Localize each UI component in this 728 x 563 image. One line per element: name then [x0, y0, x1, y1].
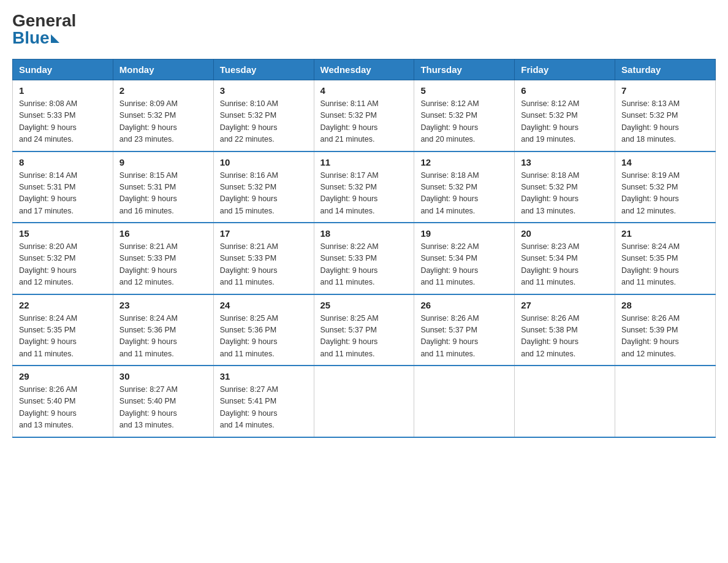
- day-info: Sunrise: 8:25 AMSunset: 5:36 PMDaylight:…: [220, 314, 278, 358]
- day-info: Sunrise: 8:11 AMSunset: 5:32 PMDaylight:…: [320, 99, 379, 144]
- day-number: 13: [521, 157, 609, 167]
- day-info: Sunrise: 8:27 AMSunset: 5:40 PMDaylight:…: [119, 385, 178, 429]
- calendar-cell: 6 Sunrise: 8:12 AMSunset: 5:32 PMDayligh…: [515, 80, 615, 151]
- calendar-table: SundayMondayTuesdayWednesdayThursdayFrid…: [12, 59, 716, 438]
- day-info: Sunrise: 8:12 AMSunset: 5:32 PMDaylight:…: [420, 99, 479, 144]
- day-info: Sunrise: 8:18 AMSunset: 5:32 PMDaylight:…: [521, 171, 579, 215]
- day-number: 28: [621, 300, 709, 310]
- calendar-week-1: 1 Sunrise: 8:08 AMSunset: 5:33 PMDayligh…: [13, 80, 716, 151]
- day-info: Sunrise: 8:24 AMSunset: 5:35 PMDaylight:…: [19, 314, 77, 358]
- calendar-cell: 1 Sunrise: 8:08 AMSunset: 5:33 PMDayligh…: [13, 80, 113, 151]
- day-number: 31: [220, 371, 308, 381]
- day-number: 27: [521, 300, 609, 310]
- day-info: Sunrise: 8:26 AMSunset: 5:38 PMDaylight:…: [521, 314, 579, 358]
- calendar-header-thursday: Thursday: [414, 59, 515, 80]
- day-number: 11: [320, 157, 408, 167]
- day-info: Sunrise: 8:20 AMSunset: 5:32 PMDaylight:…: [19, 242, 77, 286]
- calendar-cell: 4 Sunrise: 8:11 AMSunset: 5:32 PMDayligh…: [314, 80, 414, 151]
- day-number: 20: [521, 228, 609, 239]
- calendar-cell: 18 Sunrise: 8:22 AMSunset: 5:33 PMDaylig…: [314, 223, 414, 294]
- logo-blue-text: Blue: [12, 29, 59, 47]
- day-number: 17: [220, 228, 308, 239]
- calendar-cell: [314, 366, 414, 437]
- calendar-cell: 26 Sunrise: 8:26 AMSunset: 5:37 PMDaylig…: [414, 294, 515, 366]
- day-info: Sunrise: 8:09 AMSunset: 5:32 PMDaylight:…: [119, 99, 178, 144]
- page-header: General Blue: [12, 12, 716, 47]
- calendar-cell: 23 Sunrise: 8:24 AMSunset: 5:36 PMDaylig…: [113, 294, 213, 366]
- day-number: 26: [420, 300, 508, 310]
- day-number: 29: [19, 371, 107, 381]
- day-info: Sunrise: 8:18 AMSunset: 5:32 PMDaylight:…: [420, 171, 479, 215]
- day-info: Sunrise: 8:22 AMSunset: 5:33 PMDaylight:…: [320, 242, 379, 286]
- day-number: 3: [220, 85, 308, 96]
- calendar-cell: 10 Sunrise: 8:16 AMSunset: 5:32 PMDaylig…: [213, 151, 314, 223]
- calendar-cell: 16 Sunrise: 8:21 AMSunset: 5:33 PMDaylig…: [113, 223, 213, 294]
- day-number: 10: [220, 157, 308, 167]
- calendar-cell: 3 Sunrise: 8:10 AMSunset: 5:32 PMDayligh…: [213, 80, 314, 151]
- calendar-cell: 19 Sunrise: 8:22 AMSunset: 5:34 PMDaylig…: [414, 223, 515, 294]
- calendar-cell: 25 Sunrise: 8:25 AMSunset: 5:37 PMDaylig…: [314, 294, 414, 366]
- calendar-cell: 30 Sunrise: 8:27 AMSunset: 5:40 PMDaylig…: [113, 366, 213, 437]
- calendar-cell: 22 Sunrise: 8:24 AMSunset: 5:35 PMDaylig…: [13, 294, 113, 366]
- day-number: 23: [119, 300, 207, 310]
- calendar-header-wednesday: Wednesday: [314, 59, 414, 80]
- calendar-cell: [515, 366, 615, 437]
- day-number: 21: [621, 228, 709, 239]
- day-info: Sunrise: 8:21 AMSunset: 5:33 PMDaylight:…: [119, 242, 178, 286]
- day-number: 8: [19, 157, 107, 167]
- calendar-header-row: SundayMondayTuesdayWednesdayThursdayFrid…: [13, 59, 716, 80]
- calendar-header-saturday: Saturday: [615, 59, 716, 80]
- day-info: Sunrise: 8:13 AMSunset: 5:32 PMDaylight:…: [621, 99, 680, 144]
- day-number: 25: [320, 300, 408, 310]
- calendar-cell: 12 Sunrise: 8:18 AMSunset: 5:32 PMDaylig…: [414, 151, 515, 223]
- calendar-cell: 11 Sunrise: 8:17 AMSunset: 5:32 PMDaylig…: [314, 151, 414, 223]
- calendar-cell: [414, 366, 515, 437]
- calendar-cell: 24 Sunrise: 8:25 AMSunset: 5:36 PMDaylig…: [213, 294, 314, 366]
- day-number: 9: [119, 157, 207, 167]
- day-info: Sunrise: 8:10 AMSunset: 5:32 PMDaylight:…: [220, 99, 278, 144]
- day-number: 19: [420, 228, 508, 239]
- calendar-cell: 31 Sunrise: 8:27 AMSunset: 5:41 PMDaylig…: [213, 366, 314, 437]
- calendar-cell: 20 Sunrise: 8:23 AMSunset: 5:34 PMDaylig…: [515, 223, 615, 294]
- day-number: 16: [119, 228, 207, 239]
- day-info: Sunrise: 8:15 AMSunset: 5:31 PMDaylight:…: [119, 171, 178, 215]
- calendar-cell: 2 Sunrise: 8:09 AMSunset: 5:32 PMDayligh…: [113, 80, 213, 151]
- day-number: 15: [19, 228, 107, 239]
- calendar-week-3: 15 Sunrise: 8:20 AMSunset: 5:32 PMDaylig…: [13, 223, 716, 294]
- calendar-cell: 15 Sunrise: 8:20 AMSunset: 5:32 PMDaylig…: [13, 223, 113, 294]
- calendar-header-tuesday: Tuesday: [213, 59, 314, 80]
- day-number: 22: [19, 300, 107, 310]
- logo-general-text: General: [12, 12, 76, 29]
- calendar-cell: 13 Sunrise: 8:18 AMSunset: 5:32 PMDaylig…: [515, 151, 615, 223]
- day-number: 12: [420, 157, 508, 167]
- calendar-cell: 7 Sunrise: 8:13 AMSunset: 5:32 PMDayligh…: [615, 80, 716, 151]
- calendar-week-4: 22 Sunrise: 8:24 AMSunset: 5:35 PMDaylig…: [13, 294, 716, 366]
- day-number: 7: [621, 85, 709, 96]
- calendar-cell: 17 Sunrise: 8:21 AMSunset: 5:33 PMDaylig…: [213, 223, 314, 294]
- calendar-cell: 21 Sunrise: 8:24 AMSunset: 5:35 PMDaylig…: [615, 223, 716, 294]
- day-info: Sunrise: 8:14 AMSunset: 5:31 PMDaylight:…: [19, 171, 77, 215]
- calendar-cell: 14 Sunrise: 8:19 AMSunset: 5:32 PMDaylig…: [615, 151, 716, 223]
- day-info: Sunrise: 8:17 AMSunset: 5:32 PMDaylight:…: [320, 171, 379, 215]
- calendar-header-monday: Monday: [113, 59, 213, 80]
- calendar-header-friday: Friday: [515, 59, 615, 80]
- calendar-cell: 28 Sunrise: 8:26 AMSunset: 5:39 PMDaylig…: [615, 294, 716, 366]
- day-number: 1: [19, 85, 107, 96]
- day-info: Sunrise: 8:26 AMSunset: 5:40 PMDaylight:…: [19, 385, 77, 429]
- logo-triangle-icon: [51, 34, 59, 43]
- day-number: 24: [220, 300, 308, 310]
- calendar-week-2: 8 Sunrise: 8:14 AMSunset: 5:31 PMDayligh…: [13, 151, 716, 223]
- day-info: Sunrise: 8:21 AMSunset: 5:33 PMDaylight:…: [220, 242, 278, 286]
- calendar-cell: 27 Sunrise: 8:26 AMSunset: 5:38 PMDaylig…: [515, 294, 615, 366]
- day-info: Sunrise: 8:08 AMSunset: 5:33 PMDaylight:…: [19, 99, 77, 144]
- day-info: Sunrise: 8:26 AMSunset: 5:37 PMDaylight:…: [420, 314, 479, 358]
- day-info: Sunrise: 8:12 AMSunset: 5:32 PMDaylight:…: [521, 99, 579, 144]
- day-number: 5: [420, 85, 508, 96]
- day-info: Sunrise: 8:16 AMSunset: 5:32 PMDaylight:…: [220, 171, 278, 215]
- day-info: Sunrise: 8:25 AMSunset: 5:37 PMDaylight:…: [320, 314, 379, 358]
- day-info: Sunrise: 8:24 AMSunset: 5:36 PMDaylight:…: [119, 314, 178, 358]
- day-info: Sunrise: 8:23 AMSunset: 5:34 PMDaylight:…: [521, 242, 579, 286]
- logo: General Blue: [12, 12, 76, 47]
- day-number: 6: [521, 85, 609, 96]
- day-number: 18: [320, 228, 408, 239]
